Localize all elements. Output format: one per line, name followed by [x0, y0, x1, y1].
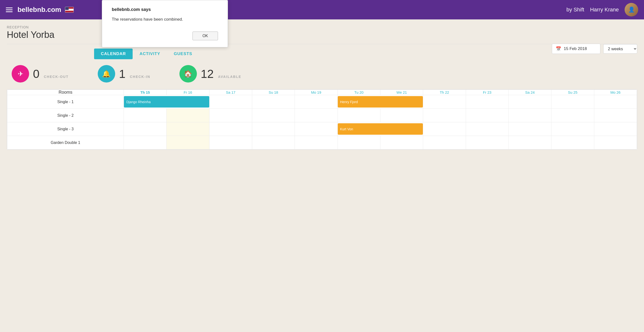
dialog-actions: OK [112, 32, 218, 40]
dialog-ok-button[interactable]: OK [192, 32, 218, 40]
dialog-box: bellebnb.com says The reservations have … [102, 0, 228, 47]
dialog-title: bellebnb.com says [112, 7, 218, 12]
dialog-overlay: bellebnb.com says The reservations have … [0, 0, 644, 150]
dialog-message: The reservations have been combined. [112, 17, 218, 22]
